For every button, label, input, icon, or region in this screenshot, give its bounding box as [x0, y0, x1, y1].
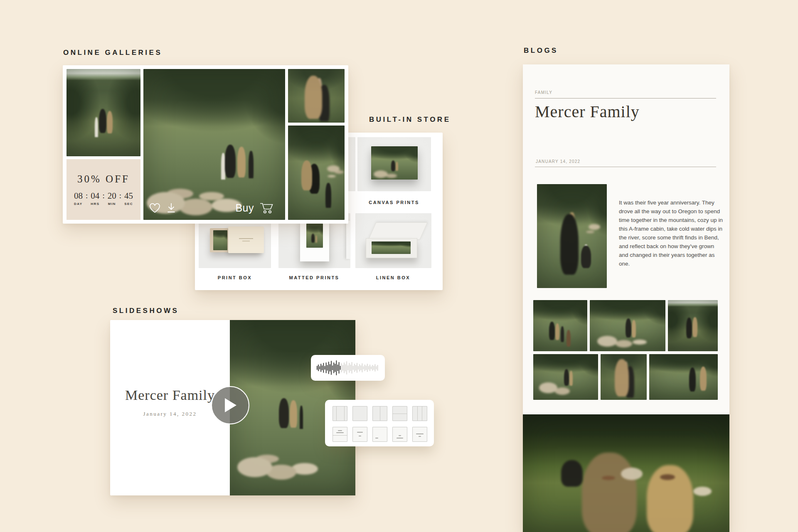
buy-button[interactable]: Buy — [235, 202, 274, 214]
product-image-print-box — [210, 228, 261, 252]
download-icon[interactable] — [166, 202, 176, 213]
blogs-heading: BLOGS — [524, 47, 558, 55]
product-image-matted-print — [300, 218, 329, 261]
figure-blob — [647, 465, 693, 532]
heart-icon[interactable] — [149, 203, 160, 213]
promo-discount: 30% OFF — [77, 173, 130, 185]
print-box-lid — [228, 227, 264, 253]
product-label-canvas-prints: CANVAS PRINTS — [369, 200, 419, 205]
figure-blob — [615, 359, 629, 397]
divider — [535, 167, 716, 167]
online-galleries-heading: ONLINE GALLERIES — [63, 49, 162, 57]
gallery-photo-actions — [149, 202, 176, 213]
figure-blob — [686, 318, 692, 338]
blog-body-text: It was their five year anniversary. They… — [619, 198, 724, 268]
layout-templates-panel — [325, 400, 434, 446]
linen-box-lid — [368, 222, 428, 240]
blog-grid-photo-4[interactable] — [533, 354, 598, 400]
countdown-hours: 04 HRS — [91, 191, 99, 206]
layout-template-text-center-icon[interactable] — [352, 427, 367, 442]
sheep-blob — [589, 224, 600, 230]
figure-blob — [279, 398, 289, 428]
blog-grid-photo-6[interactable] — [649, 354, 718, 400]
layout-template-text-top-icon[interactable] — [332, 427, 347, 442]
built-in-store-heading: BUILT-IN STORE — [369, 116, 451, 124]
product-label-linen-box: LINEN BOX — [376, 275, 410, 280]
layout-template-text-bottom-left-icon[interactable] — [372, 427, 387, 442]
layout-template-three-column-icon[interactable] — [412, 406, 427, 421]
figure-blob — [391, 160, 395, 171]
countdown-seconds: 45 SEC — [124, 191, 133, 206]
audio-waveform-svg — [317, 360, 379, 376]
online-gallery-card: 30% OFF 08 DAY : 04 HRS : 20 MIN : 4 — [63, 65, 348, 224]
gallery-photo-forest-couple[interactable] — [66, 69, 140, 156]
buy-label: Buy — [235, 202, 254, 214]
blog-grid-photo-5[interactable] — [601, 354, 647, 400]
sheep-blob — [597, 336, 617, 347]
store-product-canvas-prints[interactable] — [357, 137, 431, 191]
sheep-blob — [374, 170, 388, 178]
figure-blob — [301, 160, 312, 190]
figure-blob — [626, 318, 631, 337]
store-product-linen-box[interactable] — [355, 213, 431, 268]
sheep-blob — [621, 468, 643, 480]
slideshow-card: Mercer Family January 14, 2022 — [110, 320, 355, 495]
figure-blob — [305, 76, 322, 119]
sheep-blob — [327, 165, 340, 172]
layout-template-split-horizontal-icon[interactable] — [392, 406, 407, 421]
blog-grid-photo-3[interactable] — [668, 300, 718, 351]
product-image-linen-box — [366, 238, 417, 258]
figure-blob — [549, 322, 555, 340]
sheep-blob — [237, 457, 272, 477]
figure-blob — [582, 453, 637, 532]
blog-date: JANUARY 14, 2022 — [536, 159, 580, 164]
blog-card: FAMILY Mercer Family JANUARY 14, 2022 It… — [523, 64, 729, 532]
countdown-days: 08 DAY — [74, 191, 83, 206]
blog-photo-portrait[interactable] — [537, 184, 607, 288]
figure-blob — [689, 367, 696, 392]
gallery-photo-main[interactable]: Buy — [143, 69, 285, 220]
page: ONLINE GALLERIES 30% OFF 08 DAY : 04 HRS… — [0, 0, 798, 532]
layout-template-side-strip-icon[interactable] — [332, 406, 347, 421]
gallery-promo-banner: 30% OFF 08 DAY : 04 HRS : 20 MIN : 4 — [66, 159, 140, 220]
play-button[interactable] — [211, 386, 249, 424]
linen-box-photo — [372, 241, 411, 254]
figure-blob — [225, 145, 236, 178]
gallery-photo-carry-child[interactable] — [288, 69, 345, 123]
layout-template-two-column-icon[interactable] — [372, 406, 387, 421]
promo-countdown: 08 DAY : 04 HRS : 20 MIN : 45 SEC — [74, 191, 133, 206]
product-label-matted-prints: MATTED PRINTS — [289, 275, 340, 280]
blog-grid-photo-2[interactable] — [590, 300, 665, 351]
figure-blob — [99, 109, 106, 133]
play-icon — [223, 397, 237, 413]
matted-print-photo — [306, 224, 323, 248]
figure-blob — [581, 246, 591, 268]
layout-template-grid — [325, 400, 434, 442]
divider — [535, 98, 716, 99]
figure-blob — [561, 460, 583, 487]
sheep-blob — [539, 382, 557, 393]
product-label-print-box: PRINT BOX — [218, 275, 252, 280]
layout-template-text-wide-icon[interactable] — [412, 427, 427, 442]
blog-grid-photo-1[interactable] — [533, 300, 587, 351]
audio-waveform[interactable] — [311, 355, 385, 381]
print-box-photo — [213, 230, 227, 250]
slideshows-heading: SLIDESHOWS — [113, 307, 179, 315]
layout-template-full-icon[interactable] — [352, 406, 367, 421]
product-image-canvas — [371, 146, 418, 180]
countdown-minutes: 20 MIN — [108, 191, 116, 206]
layout-template-text-bottom-center-icon[interactable] — [392, 427, 407, 442]
blog-hero-photo[interactable] — [523, 414, 729, 532]
matted-print-edge — [346, 221, 350, 259]
figure-blob — [560, 214, 579, 275]
blog-title: Mercer Family — [535, 102, 640, 121]
gallery-photo-walk-sheep[interactable] — [288, 126, 345, 220]
blog-category: FAMILY — [535, 90, 552, 95]
figure-blob — [311, 234, 315, 243]
figure-blob — [564, 369, 569, 386]
cart-icon — [259, 202, 274, 214]
